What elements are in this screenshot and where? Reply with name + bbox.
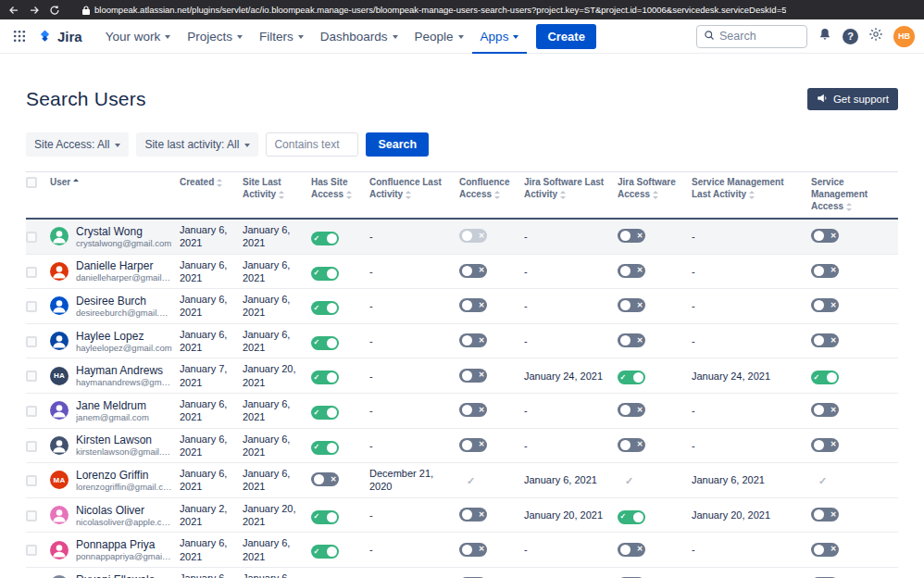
col-header-created[interactable]: Created: [180, 172, 243, 220]
service-management-access-cell: ✕: [811, 219, 898, 254]
user-cell: MA Lorenzo Griffin lorenzogriffin@gmail.…: [50, 463, 180, 498]
contains-text-input[interactable]: [266, 132, 358, 157]
access-toggle[interactable]: ✕: [811, 543, 839, 557]
site-access-filter[interactable]: Site Access: All: [26, 132, 129, 157]
nav-item-filters[interactable]: Filters: [251, 19, 312, 54]
access-toggle[interactable]: ✕: [811, 508, 839, 521]
row-checkbox[interactable]: [26, 510, 37, 521]
access-toggle[interactable]: ✕: [618, 229, 645, 243]
create-button[interactable]: Create: [536, 24, 595, 49]
forward-icon[interactable]: [29, 5, 40, 16]
row-checkbox[interactable]: [26, 371, 37, 382]
jira-software-access-cell: ✕: [618, 393, 692, 428]
user-name: Nicolas Oliver: [76, 504, 144, 517]
row-checkbox[interactable]: [26, 475, 37, 486]
access-toggle[interactable]: ✓: [311, 545, 339, 559]
check-icon: ✓: [314, 548, 320, 556]
access-toggle[interactable]: ✓: [311, 510, 339, 524]
access-toggle[interactable]: ✓: [311, 267, 339, 281]
check-icon: ✓: [314, 409, 320, 417]
user-email: haymanandrews@gmail.com: [76, 377, 172, 387]
x-icon: ✕: [479, 232, 485, 240]
access-toggle[interactable]: ✓: [311, 441, 339, 455]
access-toggle[interactable]: ✕: [618, 438, 645, 452]
access-toggle[interactable]: ✕: [618, 543, 645, 557]
settings-gear-icon[interactable]: [868, 27, 883, 45]
nav-item-apps[interactable]: Apps: [472, 19, 528, 54]
access-toggle[interactable]: ✓: [311, 406, 339, 420]
get-support-button[interactable]: Get support: [807, 88, 898, 110]
access-toggle[interactable]: ✕: [618, 333, 645, 347]
access-toggle[interactable]: ✕: [811, 333, 839, 347]
col-header-confluence-last-activity[interactable]: Confluence Last Activity: [369, 172, 459, 220]
checkbox-cell: [26, 358, 50, 394]
nav-item-people[interactable]: People: [406, 19, 472, 54]
app-switcher-icon[interactable]: [7, 26, 31, 46]
service-last-activity-cell: -: [692, 567, 811, 578]
user-name: Desiree Burch: [76, 295, 146, 308]
nav-item-dashboards[interactable]: Dashboards: [312, 19, 406, 54]
col-header-has-site-access[interactable]: Has Site Access: [311, 172, 369, 220]
access-toggle[interactable]: ✕: [459, 438, 487, 452]
row-checkbox[interactable]: [26, 406, 37, 417]
row-checkbox[interactable]: [26, 267, 37, 278]
access-toggle[interactable]: ✕: [459, 543, 487, 557]
sort-icon: [406, 191, 412, 199]
notifications-icon[interactable]: [818, 27, 832, 45]
col-header-service-management-last-activity[interactable]: Service Management Last Activity: [692, 172, 811, 220]
access-toggle[interactable]: ✕: [618, 403, 645, 417]
service-management-access-cell: ✕: [811, 497, 898, 533]
access-toggle[interactable]: ✓: [618, 510, 645, 524]
access-toggle[interactable]: ✕: [811, 264, 839, 278]
access-toggle[interactable]: ✕: [811, 403, 839, 417]
access-toggle[interactable]: ✕: [459, 369, 487, 383]
help-icon[interactable]: ?: [843, 29, 858, 44]
access-toggle[interactable]: ✕: [311, 472, 339, 486]
jira-last-activity-cell: -: [524, 533, 618, 568]
access-toggle[interactable]: ✓: [618, 371, 645, 384]
col-header-site-last-activity[interactable]: Site Last Activity: [243, 172, 311, 220]
site-last-activity-cell: January 6, 2021: [243, 533, 311, 568]
user-email: janem@gmail.com: [76, 412, 149, 422]
col-header-user[interactable]: User: [50, 172, 180, 220]
access-toggle[interactable]: ✕: [459, 333, 487, 347]
access-toggle[interactable]: ✕: [459, 264, 487, 278]
nav-item-your-work[interactable]: Your work: [97, 19, 180, 54]
search-input[interactable]: [719, 30, 800, 43]
access-toggle[interactable]: ✓: [311, 336, 339, 350]
has-site-access-cell: ✓: [311, 567, 369, 578]
access-granted-icon: ✓: [811, 475, 827, 487]
profile-avatar[interactable]: HB: [893, 26, 915, 47]
site-last-activity-filter[interactable]: Site last activity: All: [136, 132, 258, 157]
access-toggle[interactable]: ✓: [811, 371, 839, 384]
access-toggle[interactable]: ✓: [311, 301, 339, 315]
col-header-confluence-access[interactable]: Confluence Access: [459, 172, 524, 220]
row-checkbox[interactable]: [26, 545, 37, 556]
col-header-service-management-access[interactable]: Service Management Access: [811, 172, 898, 220]
row-checkbox[interactable]: [26, 336, 37, 347]
access-toggle[interactable]: ✕: [459, 508, 487, 521]
access-toggle[interactable]: ✕: [459, 403, 487, 417]
access-toggle[interactable]: ✕: [811, 298, 839, 312]
url-text[interactable]: bloompeak.atlassian.net/plugins/servlet/…: [94, 5, 786, 15]
row-checkbox[interactable]: [26, 232, 37, 243]
nav-item-projects[interactable]: Projects: [179, 19, 251, 54]
search-button[interactable]: Search: [366, 132, 429, 157]
jira-logo[interactable]: Jira: [33, 29, 95, 44]
access-toggle[interactable]: ✕: [618, 264, 645, 278]
col-header-jira-software-last-activity[interactable]: Jira Software Last Activity: [524, 172, 618, 220]
access-toggle[interactable]: ✕: [618, 298, 645, 312]
access-toggle[interactable]: ✕: [459, 298, 487, 312]
access-toggle[interactable]: ✓: [311, 232, 339, 245]
refresh-icon[interactable]: [49, 5, 60, 16]
access-toggle[interactable]: ✓: [311, 371, 339, 384]
row-checkbox[interactable]: [26, 441, 37, 452]
back-icon[interactable]: [8, 5, 19, 16]
row-checkbox[interactable]: [26, 301, 37, 312]
access-toggle[interactable]: ✕: [811, 229, 839, 243]
access-toggle[interactable]: ✕: [459, 229, 487, 243]
select-all-checkbox[interactable]: [26, 177, 37, 188]
col-header-jira-software-access[interactable]: Jira Software Access: [618, 172, 692, 220]
chevron-down-icon: [244, 144, 250, 147]
access-toggle[interactable]: ✕: [811, 438, 839, 452]
